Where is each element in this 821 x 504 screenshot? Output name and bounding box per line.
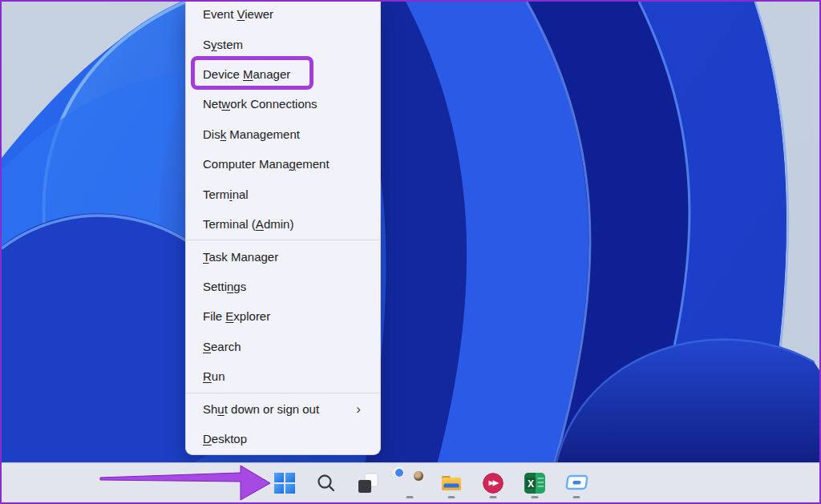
menu-item-shut-down-or-sign-out[interactable]: Shut down or sign out › (186, 394, 380, 424)
menu-item-label: Desktop (186, 432, 247, 446)
menu-item-terminal-admin[interactable]: Terminal (Admin) (186, 209, 380, 239)
window-badge-app-taskbar-button[interactable] (560, 466, 592, 500)
menu-item-label: Computer Management (186, 157, 330, 171)
wallpaper-image (2, 2, 819, 462)
running-indicator (448, 496, 455, 498)
menu-item-label: Task Manager (186, 250, 278, 264)
menu-item-label: Search (186, 340, 241, 353)
red-arrows-app-taskbar-button[interactable] (477, 466, 509, 500)
winx-context-menu: Event Viewer System Device Manager Netwo… (185, 2, 381, 455)
menu-item-search[interactable]: Search (186, 332, 380, 361)
menu-item-settings[interactable]: Settings (186, 272, 380, 301)
running-indicator (532, 496, 539, 498)
menu-item-network-connections[interactable]: Network Connections (186, 89, 380, 119)
red-arrows-app-icon (483, 473, 504, 494)
menu-item-disk-management[interactable]: Disk Management (186, 119, 380, 149)
windows-start-icon (274, 473, 295, 494)
excel-taskbar-button[interactable]: X (519, 466, 551, 500)
menu-item-label: Terminal (Admin) (186, 217, 293, 231)
search-taskbar-button[interactable] (310, 466, 342, 500)
menu-item-label: Run (186, 369, 225, 383)
menu-item-device-manager[interactable]: Device Manager (186, 59, 380, 89)
menu-item-label: Event Viewer (186, 7, 273, 21)
running-indicator (490, 496, 497, 498)
menu-item-list: Event Viewer System Device Manager Netwo… (186, 2, 380, 454)
desktop: Event Viewer System Device Manager Netwo… (2, 2, 819, 502)
menu-item-label: File Explorer (186, 309, 270, 323)
menu-item-run[interactable]: Run (186, 361, 380, 391)
menu-separator (186, 393, 380, 393)
menu-item-label: System (186, 38, 243, 51)
chrome-icon (399, 473, 421, 494)
excel-icon: X (524, 473, 545, 494)
chrome-taskbar-button[interactable] (394, 466, 426, 500)
menu-item-label: Terminal (186, 187, 249, 201)
svg-text:X: X (528, 478, 534, 490)
menu-item-label: Device Manager (186, 67, 290, 81)
task-view-icon (358, 473, 378, 494)
submenu-chevron-icon: › (356, 402, 380, 416)
running-indicator (406, 496, 414, 498)
menu-item-label: Disk Management (186, 127, 300, 141)
menu-separator (186, 240, 380, 240)
menu-item-event-viewer[interactable]: Event Viewer (186, 2, 380, 29)
menu-item-desktop[interactable]: Desktop (186, 424, 380, 454)
chrome-profile-avatar (413, 470, 424, 482)
menu-item-terminal[interactable]: Terminal (186, 179, 380, 208)
menu-item-label: Network Connections (186, 97, 317, 111)
task-view-taskbar-button[interactable] (352, 466, 384, 500)
search-icon (316, 473, 337, 494)
menu-item-label: Shut down or sign out (186, 402, 319, 416)
menu-item-computer-management[interactable]: Computer Management (186, 149, 380, 179)
menu-item-system[interactable]: System (186, 29, 380, 58)
menu-item-label: Settings (186, 280, 246, 293)
taskbar: X (2, 462, 819, 502)
screenshot-frame: Event Viewer System Device Manager Netwo… (0, 0, 821, 504)
menu-item-task-manager[interactable]: Task Manager (186, 242, 380, 272)
running-indicator (573, 496, 580, 498)
menu-item-file-explorer[interactable]: File Explorer (186, 301, 380, 331)
file-explorer-icon (440, 472, 463, 494)
file-explorer-taskbar-button[interactable] (435, 466, 467, 500)
start-taskbar-button[interactable] (269, 466, 301, 500)
window-badge-app-icon (564, 474, 588, 493)
